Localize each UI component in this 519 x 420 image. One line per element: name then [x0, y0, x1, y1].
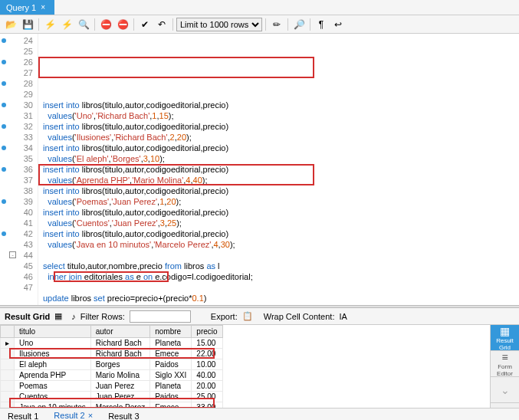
- find-icon[interactable]: 🔎: [291, 18, 307, 31]
- result-side-panel: ▦ Result Grid ≡ Form Editor ⌄: [490, 325, 519, 408]
- tab-result-3[interactable]: Result 3: [103, 410, 143, 421]
- grid-icon: ▦: [54, 311, 62, 321]
- query-tab-bar: Query 1 ×: [0, 0, 519, 15]
- line-gutter: 2425262728293031323334353637383940414243…: [0, 34, 38, 305]
- table-row[interactable]: Aprenda PHPMario MolinaSiglo XXI40.00: [1, 370, 223, 381]
- filter-icon: ♪: [71, 312, 76, 321]
- table-row[interactable]: IlusionesRichard BachEmece22.00: [1, 349, 223, 359]
- result-grid-tab[interactable]: ▦ Result Grid: [491, 325, 519, 351]
- result-container: tituloautornombreprecio▸UnoRichard BachP…: [0, 325, 519, 408]
- table-row[interactable]: CuentosJuan PerezPaidos25.00: [1, 392, 223, 402]
- code-content[interactable]: insert into libros(titulo,autor,codigoed…: [38, 34, 519, 305]
- toggle-invisible-icon[interactable]: ¶: [314, 18, 329, 31]
- result-grid-label: Result Grid: [5, 312, 50, 321]
- beautify-icon[interactable]: ✏: [269, 18, 284, 31]
- tab-result-2[interactable]: Result 2×: [49, 409, 97, 421]
- limit-rows-select[interactable]: Limit to 1000 rows: [176, 18, 262, 31]
- nav-down-icon[interactable]: ⌄: [491, 377, 519, 403]
- result-grid-area[interactable]: tituloautornombreprecio▸UnoRichard BachP…: [0, 325, 490, 408]
- table-row[interactable]: Java en 10 minutosMarcelo PerezEmece33.0…: [1, 402, 223, 409]
- open-file-icon[interactable]: 📂: [3, 18, 18, 31]
- close-icon[interactable]: ×: [88, 411, 93, 420]
- sql-editor[interactable]: 2425262728293031323334353637383940414243…: [0, 34, 519, 305]
- execute-current-icon[interactable]: ⚡: [59, 18, 74, 31]
- close-icon[interactable]: ×: [41, 3, 45, 11]
- stop-all-icon[interactable]: ⛔: [115, 18, 130, 31]
- form-editor-tab[interactable]: ≡ Form Editor: [491, 351, 519, 377]
- result-grid[interactable]: tituloautornombreprecio▸UnoRichard BachP…: [0, 325, 223, 408]
- tab-result-1[interactable]: Result 1: [3, 410, 43, 421]
- toggle-wrap-icon[interactable]: ↩: [330, 18, 346, 31]
- table-row[interactable]: El alephBorgesPaidos10.00: [1, 359, 223, 370]
- result-toolbar: Result Grid ▦ ♪ Filter Rows: Export: 📋 W…: [0, 308, 519, 325]
- save-file-icon[interactable]: 💾: [20, 18, 35, 31]
- filter-label: Filter Rows:: [80, 312, 125, 321]
- editor-toolbar: 📂 💾 ⚡ ⚡ 🔍 ⛔ ⛔ ✔ ↶ Limit to 1000 rows ✏ 🔎…: [0, 15, 519, 34]
- export-icon[interactable]: 📋: [242, 311, 253, 321]
- query-tab-label: Query 1: [6, 3, 36, 12]
- stop-icon[interactable]: ⛔: [98, 18, 113, 31]
- result-tabs: Result 1 Result 2× Result 3: [0, 408, 519, 420]
- table-row[interactable]: PoemasJuan PerezPlaneta20.00: [1, 381, 223, 392]
- wrap-label: Wrap Cell Content:: [264, 312, 335, 321]
- commit-icon[interactable]: ✔: [137, 18, 153, 31]
- highlight-box: [38, 57, 314, 78]
- execute-icon[interactable]: ⚡: [42, 18, 57, 31]
- filter-input[interactable]: [130, 310, 191, 323]
- table-row[interactable]: ▸UnoRichard BachPlaneta15.00: [1, 338, 223, 349]
- export-label: Export:: [211, 312, 238, 321]
- rollback-icon[interactable]: ↶: [154, 18, 169, 31]
- wrap-toggle-icon[interactable]: IA: [339, 312, 347, 321]
- explain-icon[interactable]: 🔍: [76, 18, 91, 31]
- query-tab[interactable]: Query 1 ×: [0, 0, 54, 15]
